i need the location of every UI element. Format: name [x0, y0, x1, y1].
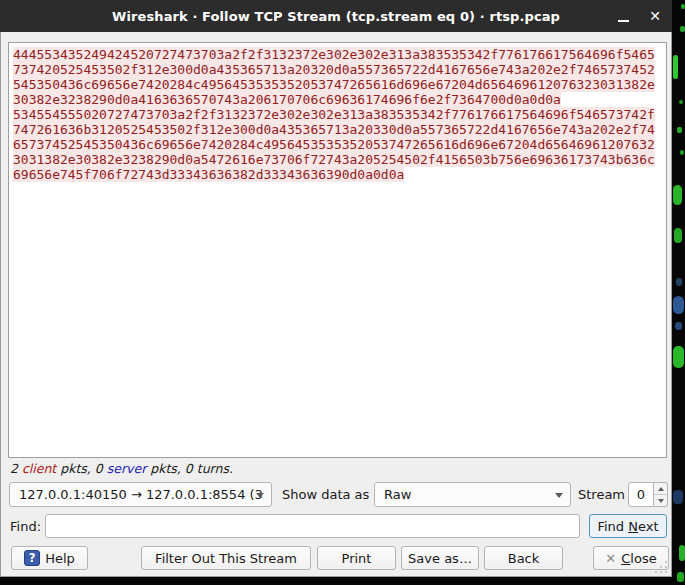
stream-direction-select[interactable]: 127.0.0.1:40150 → 127.0.0.1:8554 (3: [9, 482, 272, 507]
desktop-icon-fragment: [676, 278, 682, 286]
save-as-label: Save as…: [408, 551, 472, 566]
show-data-as-value: Raw: [384, 487, 411, 502]
desktop-icon-fragment: [679, 100, 683, 104]
stream-statistics: 2 client pkts, 0 server pkts, 0 turns.: [10, 461, 233, 476]
status-text: pkts, 0: [56, 461, 106, 476]
server-pkts-label: server: [107, 461, 147, 476]
print-button[interactable]: Print: [317, 546, 396, 570]
filter-out-stream-button[interactable]: Filter Out This Stream: [141, 546, 311, 570]
close-label: Close: [621, 551, 656, 566]
desktop-icon-fragment: [673, 490, 683, 504]
help-button[interactable]: ? Help: [11, 546, 88, 570]
stream-number-stepper: 0: [628, 482, 668, 507]
chevron-down-icon: [555, 493, 563, 498]
stream-direction-value: 127.0.0.1:40150 → 127.0.0.1:8554 (3: [19, 487, 263, 502]
stream-line: 65737452545350436c69656e7420284c49564535…: [13, 137, 662, 152]
stream-line: 69656e745f706f72743d33343636382d33343636…: [13, 167, 662, 182]
minimize-icon: [618, 20, 629, 22]
desktop-icon-fragment: [673, 55, 678, 79]
back-button[interactable]: Back: [484, 546, 563, 570]
find-input[interactable]: [45, 514, 580, 538]
stream-line: 534554555020727473703a2f2f3132372e302e30…: [13, 107, 662, 122]
desktop-icon-fragment: [677, 127, 682, 133]
stream-content-area[interactable]: 444553435249424520727473703a2f2f3132372e…: [8, 42, 667, 458]
help-icon: ?: [24, 550, 40, 566]
desktop-icon-fragment: [673, 346, 684, 368]
chevron-down-icon: [256, 493, 264, 498]
show-data-as-label: Show data as: [282, 487, 369, 502]
stream-line: 545350436c69656e7420284c4956453535352053…: [13, 77, 662, 92]
titlebar[interactable]: Wireshark · Follow TCP Stream (tcp.strea…: [0, 0, 672, 32]
find-next-label: Find Next: [597, 519, 658, 534]
desktop-icon-fragment: [680, 150, 684, 155]
chevron-down-icon: [658, 499, 664, 503]
help-label: Help: [45, 551, 75, 566]
client-pkts-label: client: [22, 461, 56, 476]
desktop-icon-fragment: [675, 322, 682, 330]
back-label: Back: [508, 551, 540, 566]
desktop-icon-fragment: [673, 185, 682, 205]
stream-label: Stream: [578, 487, 625, 502]
close-icon: ✕: [605, 551, 616, 566]
stream-line: 747261636b3120525453502f312e300d0a435365…: [13, 122, 662, 137]
desktop-icon-fragment: [673, 296, 684, 314]
stream-line: 737420525453502f312e300d0a435365713a2032…: [13, 62, 662, 77]
desktop-icon-fragment: [680, 26, 685, 32]
find-label: Find:: [10, 519, 41, 534]
find-next-button[interactable]: Find Next: [589, 514, 667, 538]
stream-number-value[interactable]: 0: [628, 482, 654, 507]
status-text: 2: [10, 461, 22, 476]
minimize-button[interactable]: [608, 0, 638, 32]
stream-line: 444553435249424520727473703a2f2f3132372e…: [13, 47, 662, 62]
chevron-up-icon: [658, 487, 664, 491]
print-label: Print: [342, 551, 372, 566]
resize-grip[interactable]: [655, 561, 667, 573]
window-title: Wireshark · Follow TCP Stream (tcp.strea…: [112, 9, 560, 24]
follow-tcp-stream-dialog: Wireshark · Follow TCP Stream (tcp.strea…: [0, 0, 672, 577]
show-data-as-select[interactable]: Raw: [374, 482, 571, 507]
stream-line: 3031382e30382e3238290d0a5472616e73706f72…: [13, 152, 662, 167]
spin-down-button[interactable]: [654, 495, 667, 506]
filter-out-stream-label: Filter Out This Stream: [155, 551, 297, 566]
desktop-icon-fragment: [674, 228, 682, 243]
close-icon: ✕: [649, 8, 661, 24]
close-window-button[interactable]: ✕: [640, 0, 670, 32]
save-as-button[interactable]: Save as…: [401, 546, 479, 570]
desktop-icon-fragment: [677, 572, 684, 582]
stream-line: 30382e3238290d0a4163636570743a206170706c…: [13, 92, 662, 107]
desktop-icon-fragment: [679, 545, 685, 561]
spin-up-button[interactable]: [654, 483, 667, 495]
desktop-icon-fragment: [681, 4, 685, 9]
status-text: pkts, 0 turns.: [146, 461, 233, 476]
